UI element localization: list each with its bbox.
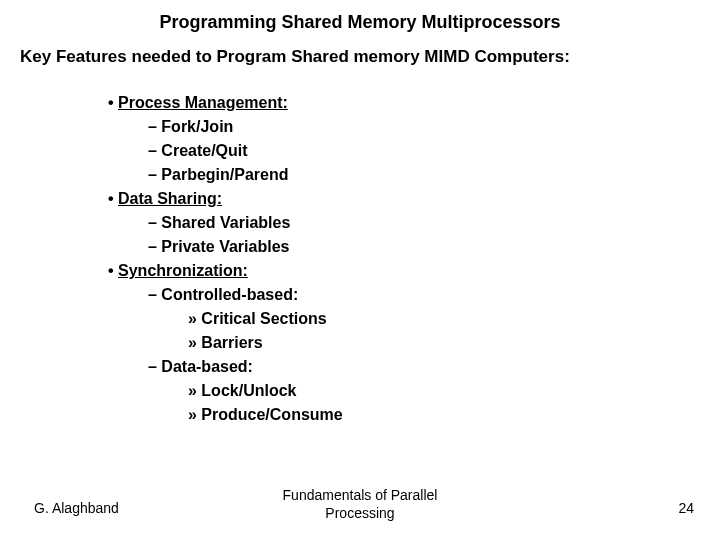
label-process-management: Process Management: [118, 94, 288, 111]
bullet-produce-consume: » Produce/Consume [188, 403, 700, 427]
bullet-fork-join: – Fork/Join [148, 115, 700, 139]
label-data-sharing: Data Sharing: [118, 190, 222, 207]
bullet-parbegin-parend: – Parbegin/Parend [148, 163, 700, 187]
outline-body: • Process Management: – Fork/Join – Crea… [108, 91, 700, 427]
bullet-process-management: • Process Management: [108, 91, 700, 115]
label-controlled-based: Controlled-based: [161, 286, 298, 303]
label-fork-join: Fork/Join [161, 118, 233, 135]
bullet-synchronization: • Synchronization: [108, 259, 700, 283]
footer-page-number: 24 [678, 500, 694, 516]
footer-title: Fundamentals of ParallelProcessing [0, 487, 720, 522]
slide-title: Programming Shared Memory Multiprocessor… [20, 12, 700, 33]
label-data-based: Data-based: [161, 358, 253, 375]
bullet-shared-variables: – Shared Variables [148, 211, 700, 235]
label-shared-variables: Shared Variables [161, 214, 290, 231]
bullet-lock-unlock: » Lock/Unlock [188, 379, 700, 403]
bullet-private-variables: – Private Variables [148, 235, 700, 259]
bullet-controlled-based: – Controlled-based: [148, 283, 700, 307]
bullet-create-quit: – Create/Quit [148, 139, 700, 163]
label-parbegin-parend: Parbegin/Parend [161, 166, 288, 183]
label-critical-sections: Critical Sections [201, 310, 326, 327]
bullet-barriers: » Barriers [188, 331, 700, 355]
bullet-data-sharing: • Data Sharing: [108, 187, 700, 211]
label-barriers: Barriers [201, 334, 262, 351]
label-private-variables: Private Variables [161, 238, 289, 255]
label-synchronization: Synchronization: [118, 262, 248, 279]
bullet-critical-sections: » Critical Sections [188, 307, 700, 331]
slide-subtitle: Key Features needed to Program Shared me… [20, 47, 700, 67]
label-lock-unlock: Lock/Unlock [201, 382, 296, 399]
bullet-data-based: – Data-based: [148, 355, 700, 379]
label-produce-consume: Produce/Consume [201, 406, 342, 423]
label-create-quit: Create/Quit [161, 142, 247, 159]
